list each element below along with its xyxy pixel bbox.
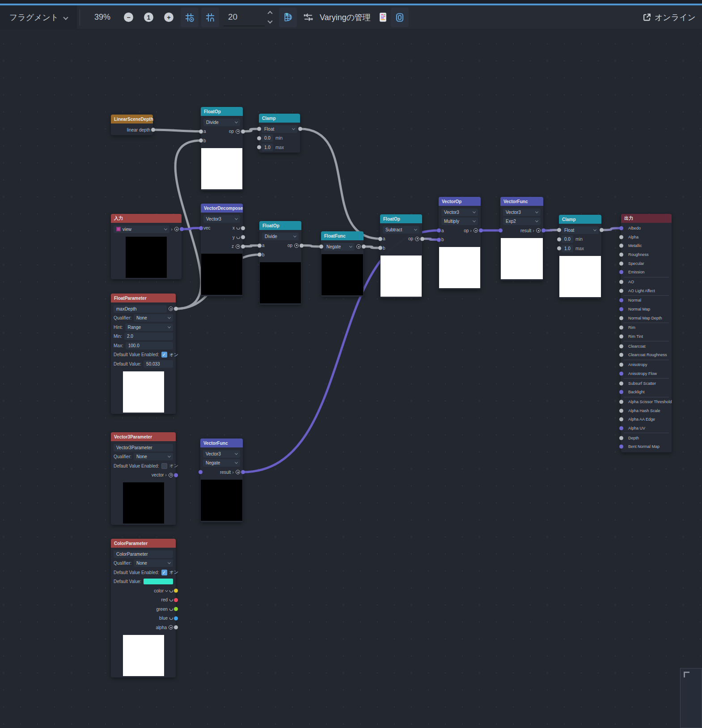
input-port[interactable] xyxy=(258,253,262,257)
graph-node-vo[interactable]: VectorOpVector3Multiplyaop›b xyxy=(439,197,481,289)
dropdown-select[interactable]: Float xyxy=(262,125,297,133)
output-port[interactable] xyxy=(180,227,184,231)
preview-visibility-eye-icon[interactable] xyxy=(169,307,173,311)
field-input[interactable]: 100.0 xyxy=(126,342,173,349)
input-port[interactable] xyxy=(619,280,623,284)
zoom-in-button[interactable]: + xyxy=(164,13,173,22)
input-port[interactable] xyxy=(378,246,382,250)
dropdown-select[interactable]: Exp2 xyxy=(503,217,541,225)
dropdown-select[interactable]: Negate xyxy=(324,243,355,251)
input-port[interactable] xyxy=(619,417,623,421)
output-port[interactable] xyxy=(174,626,178,630)
preview-visibility-eye-icon[interactable] xyxy=(356,244,361,249)
output-port[interactable] xyxy=(174,598,178,602)
dropdown-select[interactable]: Divide xyxy=(203,119,240,126)
node-title[interactable]: LinearSceneDepth xyxy=(111,115,153,123)
node-title[interactable]: FloatOp xyxy=(259,221,301,230)
node-title[interactable]: FloatOp xyxy=(201,107,243,116)
graph-minimap[interactable] xyxy=(680,668,702,728)
default-value-checkbox[interactable]: ✓ xyxy=(161,352,167,358)
input-port[interactable] xyxy=(619,326,623,330)
input-port[interactable] xyxy=(619,390,623,394)
input-port[interactable] xyxy=(437,229,441,233)
graph-node-fo3[interactable]: FloatOpSubtractaopb xyxy=(380,214,422,298)
graph-node-fo1[interactable]: FloatOpDivideaopb xyxy=(201,107,243,191)
output-port[interactable] xyxy=(298,127,302,131)
parameter-name-input[interactable]: ColorParameter xyxy=(114,550,173,558)
input-port[interactable] xyxy=(619,436,623,440)
input-port[interactable] xyxy=(619,371,623,375)
shader-graph-canvas[interactable]: LinearSceneDepthlinear depthFloatOpDivid… xyxy=(0,0,702,728)
node-title[interactable]: 入力 xyxy=(111,214,182,223)
graph-node-vf1[interactable]: VectorFuncVector3Exp2result› xyxy=(500,197,543,281)
value-input[interactable]: 0.0 xyxy=(262,134,273,142)
graph-node-cl2[interactable]: ClampFloat0.0min1.0max xyxy=(559,215,601,298)
input-port[interactable] xyxy=(619,316,623,320)
node-title[interactable]: FloatParameter xyxy=(111,294,176,302)
input-port[interactable] xyxy=(619,426,623,430)
output-port[interactable] xyxy=(300,243,304,247)
node-title[interactable]: FloatFunc xyxy=(321,231,364,240)
input-port[interactable] xyxy=(619,409,623,413)
closed-eye-icon[interactable] xyxy=(169,599,173,601)
output-port[interactable] xyxy=(541,229,546,233)
input-port[interactable] xyxy=(619,445,623,449)
graph-node-cp[interactable]: ColorParameterColorParameterQualifier:No… xyxy=(111,539,176,677)
preview-visibility-eye-icon[interactable] xyxy=(236,129,240,134)
input-port[interactable] xyxy=(199,129,203,133)
node-title[interactable]: ColorParameter xyxy=(111,539,176,548)
zoom-out-button[interactable]: − xyxy=(124,13,133,22)
dropdown-select[interactable]: Vector3 xyxy=(503,209,541,216)
field-input[interactable]: 50.033 xyxy=(144,360,173,368)
expand-port-icon[interactable]: › xyxy=(533,228,534,233)
default-value-checkbox[interactable]: ✓ xyxy=(161,570,167,575)
detach-panel-button[interactable] xyxy=(391,8,409,27)
shader-code-button[interactable] xyxy=(379,12,387,22)
field-dropdown[interactable]: Range xyxy=(125,324,173,331)
input-port[interactable] xyxy=(619,226,623,230)
graph-node-out[interactable]: 出力AlbedoAlphaMetallicRoughnessSpecularEm… xyxy=(621,214,672,452)
expand-port-icon[interactable]: › xyxy=(171,227,173,232)
output-port[interactable] xyxy=(241,244,245,248)
node-title[interactable]: Clamp xyxy=(559,215,601,224)
output-port[interactable] xyxy=(479,229,483,233)
output-port[interactable] xyxy=(174,616,178,620)
preview-visibility-eye-icon[interactable] xyxy=(169,625,173,630)
output-port[interactable] xyxy=(174,473,178,477)
manage-varyings-button[interactable]: Varyingの管理 xyxy=(320,12,371,23)
dropdown-select[interactable]: view xyxy=(114,226,169,233)
value-input[interactable]: 0.0 xyxy=(562,235,573,243)
field-input[interactable]: 2.0 xyxy=(124,332,173,340)
input-port[interactable] xyxy=(619,363,623,367)
color-swatch[interactable] xyxy=(144,579,173,584)
output-port[interactable] xyxy=(241,235,245,239)
graph-node-inp[interactable]: 入力view› xyxy=(111,214,182,279)
node-title[interactable]: Clamp xyxy=(259,114,300,123)
closed-eye-icon[interactable] xyxy=(237,227,240,230)
field-dropdown[interactable]: None xyxy=(134,314,173,322)
node-title[interactable]: VectorDecompose xyxy=(201,204,243,213)
input-port[interactable] xyxy=(319,245,323,249)
parameter-name-input[interactable]: maxDepth xyxy=(114,305,167,313)
preview-visibility-eye-icon[interactable] xyxy=(415,237,419,241)
graph-node-lsd[interactable]: LinearSceneDepthlinear depth xyxy=(111,115,153,135)
output-port[interactable] xyxy=(151,128,155,132)
graph-node-vf2[interactable]: VectorFuncVector3Negateresult› xyxy=(200,439,243,522)
graph-node-fp[interactable]: FloatParametermaxDepthQualifier:NoneHint… xyxy=(111,294,176,414)
input-port[interactable] xyxy=(619,335,623,339)
input-port[interactable] xyxy=(557,247,561,251)
output-port[interactable] xyxy=(241,129,245,133)
graph-node-fo2[interactable]: FloatOpDivideaopb xyxy=(259,221,301,305)
input-port[interactable] xyxy=(619,400,623,404)
field-dropdown[interactable]: None xyxy=(134,453,173,460)
output-port[interactable] xyxy=(420,237,424,241)
value-input[interactable]: 1.0 xyxy=(262,144,273,151)
dropdown-select[interactable]: Float xyxy=(562,226,599,234)
snap-distance-button[interactable] xyxy=(201,8,219,27)
graph-node-ff[interactable]: FloatFuncNegate xyxy=(321,231,364,297)
output-port[interactable] xyxy=(174,589,178,593)
preview-visibility-eye-icon[interactable] xyxy=(474,228,478,233)
preview-visibility-eye-icon[interactable] xyxy=(536,228,541,233)
snap-toggle-button[interactable] xyxy=(181,8,199,27)
input-port[interactable] xyxy=(199,139,203,143)
